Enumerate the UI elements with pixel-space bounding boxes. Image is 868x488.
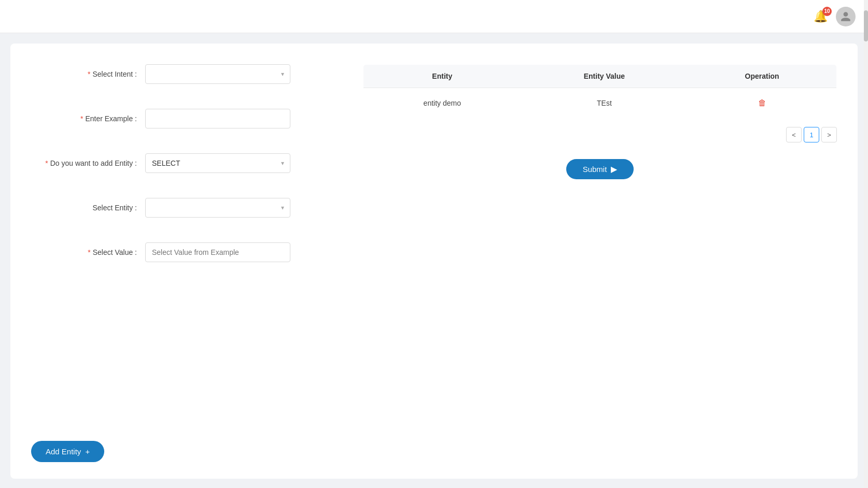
- next-page-button[interactable]: >: [821, 127, 837, 142]
- select-intent-dropdown[interactable]: [145, 64, 290, 84]
- select-entity-dropdown[interactable]: [145, 198, 290, 218]
- add-entity-question-label: *Do you want to add Entity :: [31, 159, 145, 167]
- entity-value-cell: TEst: [521, 88, 688, 119]
- select-value-input[interactable]: [145, 242, 290, 262]
- submit-button[interactable]: Submit ▶: [566, 159, 634, 179]
- prev-page-button[interactable]: <: [786, 127, 802, 142]
- form-section: *Select Intent : ▾ *Enter Example :: [31, 64, 837, 287]
- add-entity-select-dropdown[interactable]: SELECT YES NO: [145, 153, 290, 173]
- entity-table: Entity Entity Value Operation entity dem…: [363, 64, 837, 119]
- form-left: *Select Intent : ▾ *Enter Example :: [31, 64, 332, 287]
- notification-bell[interactable]: 🔔 10: [814, 10, 828, 23]
- select-intent-label: *Select Intent :: [31, 70, 145, 78]
- select-value-label: *Select Value :: [31, 248, 145, 256]
- operation-cell: 🗑: [688, 88, 836, 119]
- main-content: *Select Intent : ▾ *Enter Example :: [10, 44, 858, 479]
- select-entity-row: Select Entity : ▾: [31, 198, 332, 218]
- required-star-value: *: [88, 248, 90, 256]
- pagination: < 1 >: [363, 127, 837, 142]
- scrollbar-thumb[interactable]: [864, 10, 868, 41]
- add-entity-select-wrapper: SELECT YES NO ▾: [145, 153, 290, 173]
- enter-example-input[interactable]: [145, 109, 290, 128]
- notification-badge: 10: [822, 7, 832, 16]
- delete-row-button[interactable]: 🗑: [756, 96, 768, 110]
- submit-area: Submit ▶: [363, 159, 837, 179]
- enter-example-label: *Enter Example :: [31, 114, 145, 123]
- col-operation: Operation: [688, 65, 836, 88]
- add-entity-label: Add Entity: [46, 447, 81, 456]
- scrollbar-track: [864, 0, 868, 488]
- required-star-example: *: [80, 114, 83, 123]
- select-entity-wrapper: ▾: [145, 198, 290, 218]
- select-entity-label: Select Entity :: [31, 204, 145, 212]
- select-value-row: *Select Value :: [31, 242, 332, 262]
- col-entity: Entity: [363, 65, 521, 88]
- submit-label: Submit: [583, 165, 607, 174]
- required-star-intent: *: [88, 70, 90, 78]
- user-icon: [840, 11, 851, 22]
- select-intent-wrapper: ▾: [145, 64, 290, 84]
- select-intent-row: *Select Intent : ▾: [31, 64, 332, 84]
- entity-cell: entity demo: [363, 88, 521, 119]
- enter-example-row: *Enter Example :: [31, 109, 332, 128]
- current-page-button[interactable]: 1: [804, 127, 819, 142]
- add-entity-button[interactable]: Add Entity +: [31, 441, 104, 462]
- required-star-entity-q: *: [45, 159, 48, 167]
- submit-arrow-icon: ▶: [611, 164, 617, 174]
- plus-icon: +: [85, 447, 90, 456]
- header-actions: 🔔 10: [814, 7, 856, 26]
- table-row: entity demo TEst 🗑: [363, 88, 837, 119]
- col-entity-value: Entity Value: [521, 65, 688, 88]
- user-avatar[interactable]: [836, 7, 856, 26]
- app-header: 🔔 10: [0, 0, 868, 33]
- add-entity-question-row: *Do you want to add Entity : SELECT YES …: [31, 153, 332, 173]
- form-right: Entity Entity Value Operation entity dem…: [363, 64, 837, 287]
